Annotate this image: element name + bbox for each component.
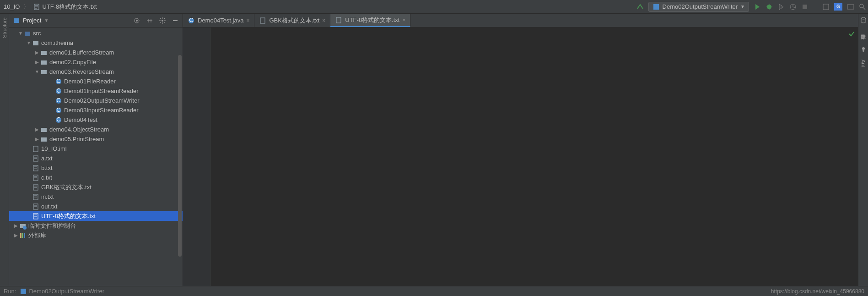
tree-node-tempconsole[interactable]: 临时文件和控制台: [9, 221, 183, 230]
package-icon: [40, 68, 48, 76]
editor-content[interactable]: [210, 27, 858, 286]
stop-button[interactable]: [801, 3, 809, 11]
tree-node-demo01[interactable]: demo01.BufferedStream: [9, 48, 183, 57]
svg-rect-4: [653, 4, 659, 10]
translate-button[interactable]: G: [834, 3, 842, 11]
tree-node-package[interactable]: com.itheima: [9, 38, 183, 48]
tree-node-demo04[interactable]: demo04.ObjectStream: [9, 125, 183, 134]
editor-tabs: C Demo04Test.java × GBK格式的文本.txt × UTF-8…: [183, 14, 858, 27]
svg-text:C: C: [56, 116, 60, 123]
tree-node-demo02[interactable]: demo02.CopyFile: [9, 57, 183, 67]
build-icon[interactable]: [636, 3, 644, 11]
tree-node-src[interactable]: src: [9, 28, 183, 38]
tree-node-iml[interactable]: 10_IO.iml: [9, 144, 183, 153]
text-file-icon: [32, 164, 39, 172]
text-file-icon: [259, 17, 266, 24]
tree-node-utf8txt[interactable]: UTF-8格式的文本.txt: [9, 211, 183, 221]
close-icon[interactable]: ×: [322, 17, 325, 24]
settings-gear-icon[interactable]: [159, 17, 166, 24]
editor-area: C Demo04Test.java × GBK格式的文本.txt × UTF-8…: [183, 14, 858, 286]
text-file-icon: [32, 155, 39, 162]
inspection-ok-icon[interactable]: [848, 30, 855, 39]
tree-node-atxt[interactable]: a.txt: [9, 153, 183, 163]
project-panel-label: Project: [23, 17, 41, 24]
tree-node-ctxt[interactable]: c.txt: [9, 173, 183, 182]
java-class-icon: C: [55, 107, 62, 114]
svg-text:C: C: [56, 107, 60, 113]
search-everywhere-button[interactable]: [859, 3, 866, 11]
package-icon: [40, 59, 48, 66]
editor-gutter: [183, 27, 210, 286]
svg-point-73: [862, 47, 865, 50]
tree-node-class3[interactable]: CDemo02OutputStreamWriter: [9, 96, 183, 105]
java-class-icon: C: [55, 97, 62, 104]
ide-settings-button[interactable]: [847, 3, 854, 11]
editor-body[interactable]: [183, 27, 858, 286]
breadcrumb: 10_IO 〉 UTF-8格式的文本.txt: [2, 2, 636, 12]
profiler-button[interactable]: [789, 3, 797, 11]
dropdown-icon: ▼: [44, 18, 49, 23]
hide-panel-button[interactable]: [172, 17, 179, 24]
package-icon: [40, 126, 48, 133]
svg-rect-39: [41, 128, 47, 132]
file-icon: [32, 145, 39, 153]
close-icon[interactable]: ×: [246, 17, 249, 24]
expand-all-button[interactable]: [146, 17, 153, 24]
ant-icon[interactable]: [860, 46, 867, 53]
ant-tool-button[interactable]: Ant: [861, 60, 866, 67]
coverage-button[interactable]: [777, 3, 785, 11]
debug-button[interactable]: [766, 3, 773, 11]
database-icon[interactable]: [860, 16, 867, 24]
tree-node-class4[interactable]: CDemo03InputStreamReader: [9, 105, 183, 115]
tree-node-class1[interactable]: CDemo01FileReader: [9, 77, 183, 86]
top-bar: 10_IO 〉 UTF-8格式的文本.txt Demo02OutputStrea…: [0, 0, 868, 14]
project-tree[interactable]: src com.itheima demo01.BufferedStream de…: [9, 27, 183, 286]
package-icon: [40, 49, 48, 56]
tree-node-class2[interactable]: CDemo01InputStreamReader: [9, 86, 183, 96]
svg-rect-12: [823, 4, 829, 10]
breadcrumb-file[interactable]: UTF-8格式的文本.txt: [31, 2, 98, 12]
run-button[interactable]: [754, 3, 761, 11]
run-config-label: Demo02OutputStreamWriter: [663, 3, 738, 10]
text-file-icon: [32, 213, 39, 220]
tree-node-intxt[interactable]: in.txt: [9, 192, 183, 202]
svg-point-5: [767, 5, 771, 9]
project-panel-title[interactable]: Project ▼: [13, 17, 133, 24]
java-class-icon: C: [55, 78, 62, 85]
tab-demo04test[interactable]: C Demo04Test.java ×: [183, 14, 254, 27]
breadcrumb-root[interactable]: 10_IO: [2, 2, 22, 11]
tree-node-demo03[interactable]: demo03.ReverseStream: [9, 67, 183, 77]
tree-node-gbktxt[interactable]: GBK格式的文本.txt: [9, 182, 183, 192]
svg-rect-70: [260, 18, 265, 23]
svg-rect-28: [41, 70, 47, 74]
structure-tool-button[interactable]: Structure: [2, 17, 7, 38]
tree-node-btxt[interactable]: b.txt: [9, 163, 183, 173]
tab-gbktxt[interactable]: GBK格式的文本.txt ×: [254, 14, 330, 27]
tab-utf8txt[interactable]: UTF-8格式的文本.txt ×: [330, 14, 410, 27]
svg-point-64: [23, 226, 27, 230]
svg-rect-13: [847, 5, 854, 9]
svg-point-72: [861, 17, 866, 19]
svg-rect-11: [803, 5, 807, 9]
tree-node-demo05[interactable]: demo05.PrintStream: [9, 134, 183, 144]
close-icon[interactable]: ×: [402, 17, 405, 23]
tree-scrollbar[interactable]: [178, 55, 182, 257]
right-tool-stripe: 数据库 Ant: [858, 14, 868, 286]
git-button[interactable]: [822, 3, 830, 11]
run-configuration-selector[interactable]: Demo02OutputStreamWriter ▼: [648, 2, 749, 12]
text-file-icon: [32, 203, 39, 210]
run-config-name[interactable]: Demo02OutputStreamWriter: [29, 288, 104, 295]
select-opened-file-button[interactable]: [133, 17, 140, 24]
svg-text:C: C: [56, 88, 60, 94]
tree-node-external-libs[interactable]: 外部库: [9, 230, 183, 240]
svg-point-22: [162, 20, 163, 22]
svg-rect-71: [336, 17, 341, 23]
project-panel-header: Project ▼: [9, 14, 183, 27]
svg-point-14: [860, 4, 863, 8]
svg-point-18: [136, 20, 138, 22]
project-view-icon: [13, 17, 20, 24]
tree-node-outtxt[interactable]: out.txt: [9, 202, 183, 211]
text-file-icon: [33, 3, 40, 11]
tree-node-class5[interactable]: CDemo04Test: [9, 115, 183, 125]
svg-rect-27: [41, 60, 47, 65]
